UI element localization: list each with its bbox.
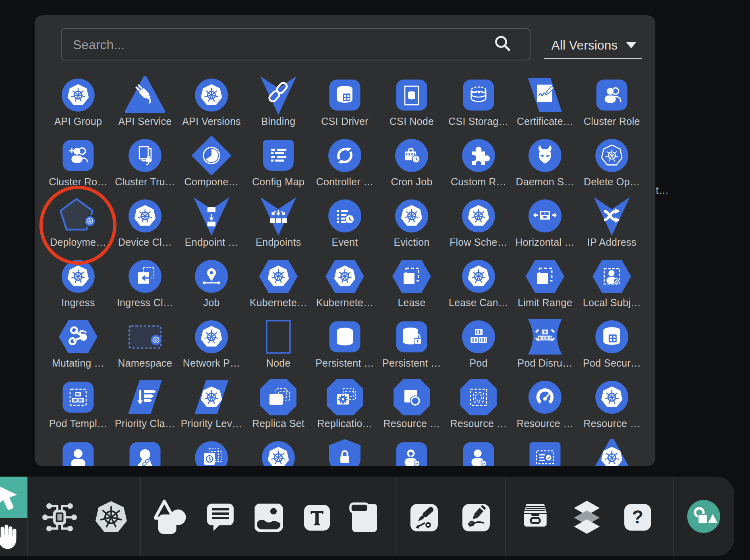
svg-text:?: ? [632,506,643,527]
